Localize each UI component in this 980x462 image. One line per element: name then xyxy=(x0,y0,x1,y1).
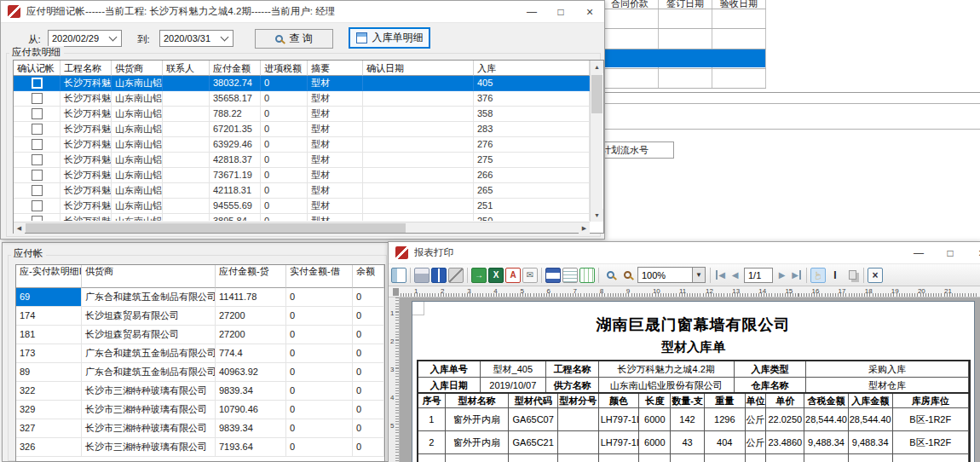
page-number-input[interactable]: 1/1 xyxy=(744,268,773,283)
zoom-select[interactable]: 100% ▼ xyxy=(637,267,706,283)
confirm-checkbox[interactable] xyxy=(32,170,43,181)
table-cell[interactable]: 长沙万科魅力... xyxy=(61,107,112,122)
table-cell[interactable]: 0 xyxy=(286,326,353,344)
column-header[interactable]: 确认日期 xyxy=(363,61,474,76)
confirm-checkbox[interactable] xyxy=(32,200,43,211)
table-cell[interactable]: 型材 xyxy=(308,168,363,183)
document-icon[interactable] xyxy=(562,268,578,283)
scroll-right-icon[interactable]: ▶ xyxy=(579,222,590,234)
table-cell[interactable]: 山东南山铝业... xyxy=(112,91,163,107)
table-cell[interactable] xyxy=(163,91,210,107)
table-cell[interactable]: 长沙市三湘特种玻璃有限公司 xyxy=(82,438,216,457)
table-cell[interactable]: 376 xyxy=(474,91,590,107)
maximize-button[interactable]: □ xyxy=(546,1,575,23)
table-cell[interactable]: 11411.78 xyxy=(216,288,286,307)
table-cell[interactable] xyxy=(163,183,210,199)
minimize-button[interactable]: — xyxy=(904,242,933,264)
table-cell[interactable]: 0 xyxy=(261,153,308,168)
table-cell[interactable]: 0 xyxy=(353,307,384,326)
close-button[interactable]: × xyxy=(967,242,980,264)
zoom-in-icon[interactable] xyxy=(602,268,618,283)
table-cell[interactable]: 7193.64 xyxy=(216,438,286,457)
table-view-icon[interactable] xyxy=(579,268,595,283)
settings-icon[interactable] xyxy=(448,268,464,283)
table-cell[interactable]: 329 xyxy=(16,401,82,419)
confirm-checkbox[interactable] xyxy=(32,139,43,150)
table-cell[interactable] xyxy=(163,214,210,221)
table-row[interactable]: 长沙万科魅力...山东南山铝业...42818.370型材275 xyxy=(14,153,590,168)
table-row[interactable]: 89广东合和建筑五金制品有限公司40963.9200 xyxy=(16,363,384,382)
table-cell[interactable] xyxy=(363,153,474,168)
table-cell[interactable] xyxy=(363,168,474,183)
table-cell[interactable]: 0 xyxy=(261,168,308,183)
table-cell[interactable]: 73671.19 xyxy=(210,168,261,183)
table-cell[interactable]: 3895.84 xyxy=(210,214,261,221)
table-cell[interactable] xyxy=(163,168,210,183)
table-cell[interactable]: 358 xyxy=(474,107,590,122)
table-cell[interactable] xyxy=(14,168,61,183)
table-cell[interactable] xyxy=(363,91,474,107)
column-header[interactable]: 供货商 xyxy=(82,265,216,288)
table-cell[interactable]: 283 xyxy=(474,122,590,137)
table-cell[interactable]: 型材 xyxy=(308,214,363,221)
table-cell[interactable]: 9839.34 xyxy=(216,419,286,438)
table-cell[interactable] xyxy=(163,107,210,122)
vertical-scrollbar[interactable]: ▲ ▼ xyxy=(590,61,602,222)
zoom-out-icon[interactable] xyxy=(620,268,635,283)
table-row[interactable]: 327长沙市三湘特种玻璃有限公司9839.3400 xyxy=(16,419,384,438)
scroll-up-icon[interactable]: ▲ xyxy=(591,61,603,73)
table-cell[interactable]: 181 xyxy=(16,326,82,344)
table-cell[interactable] xyxy=(363,122,474,137)
minimize-button[interactable]: — xyxy=(517,1,546,23)
export-icon[interactable]: → xyxy=(471,268,487,283)
table-cell[interactable]: 42818.37 xyxy=(210,153,261,168)
table-row[interactable]: 329长沙市三湘特种玻璃有限公司10790.4600 xyxy=(16,401,384,419)
table-cell[interactable] xyxy=(163,199,210,214)
table-cell[interactable]: 0 xyxy=(261,183,308,199)
serial-field[interactable]: 计划流水号 xyxy=(598,141,674,159)
table-cell[interactable]: 山东南山铝业... xyxy=(112,76,163,91)
table-cell[interactable]: 长沙万科魅力... xyxy=(61,168,112,183)
table-cell[interactable]: 长沙万科魅力... xyxy=(61,76,112,91)
table-cell[interactable]: 0 xyxy=(353,288,384,307)
table-cell[interactable]: 275 xyxy=(474,153,590,168)
table-cell[interactable]: 0 xyxy=(261,199,308,214)
from-date-combo[interactable]: 2020/02/29 xyxy=(48,30,122,47)
column-header[interactable]: 入库 xyxy=(474,61,590,76)
table-cell[interactable]: 27200 xyxy=(216,307,286,326)
column-header[interactable]: 进项税额 xyxy=(261,61,308,76)
table-row[interactable]: 326长沙市三湘特种玻璃有限公司7193.6400 xyxy=(16,438,384,457)
table-cell[interactable]: 173 xyxy=(16,344,82,363)
table-cell[interactable] xyxy=(363,199,474,214)
table-row[interactable]: 长沙万科魅力...山东南山铝业...42118.310型材265 xyxy=(14,183,590,199)
table-cell[interactable]: 40963.92 xyxy=(216,363,286,382)
table-cell[interactable]: 山东南山铝业... xyxy=(112,137,163,153)
text-select-icon[interactable]: I xyxy=(827,268,843,283)
table-cell[interactable]: 322 xyxy=(16,382,82,401)
table-cell[interactable]: 型材 xyxy=(308,76,363,91)
confirm-checkbox[interactable] xyxy=(32,216,43,221)
table-cell[interactable] xyxy=(14,153,61,168)
table-cell[interactable]: 长沙万科魅力... xyxy=(61,153,112,168)
table-row[interactable]: 长沙万科魅力...山东南山铝业...73671.190型材266 xyxy=(14,168,590,183)
table-cell[interactable]: 0 xyxy=(261,137,308,153)
table-cell[interactable] xyxy=(363,76,474,91)
table-row[interactable]: 长沙万科魅力...山东南山铝业...67201.350型材283 xyxy=(14,122,590,137)
column-header[interactable]: 联系人 xyxy=(163,61,210,76)
table-cell[interactable]: 长沙坦森贸易有限公司 xyxy=(82,307,216,326)
column-header[interactable]: 实付金额-借 xyxy=(286,265,353,288)
table-cell[interactable] xyxy=(14,107,61,122)
table-cell[interactable] xyxy=(363,107,474,122)
table-row[interactable]: 长沙万科魅力...山东南山铝业...788.220型材358 xyxy=(14,107,590,122)
table-row[interactable]: 174长沙坦森贸易有限公司2720000 xyxy=(16,307,384,326)
scroll-down-icon[interactable]: ▼ xyxy=(591,209,603,222)
table-cell[interactable] xyxy=(14,122,61,137)
table-cell[interactable]: 67201.35 xyxy=(210,122,261,137)
table-cell[interactable]: 型材 xyxy=(308,122,363,137)
table-cell[interactable]: 长沙万科魅力... xyxy=(61,183,112,199)
table-cell[interactable]: 10790.46 xyxy=(216,401,286,419)
preview-panel-icon[interactable] xyxy=(391,268,406,283)
mail-icon[interactable]: ✉ xyxy=(522,268,538,283)
table-cell[interactable]: 山东南山铝业... xyxy=(112,199,163,214)
table-cell[interactable]: 山东南山铝业... xyxy=(112,107,163,122)
